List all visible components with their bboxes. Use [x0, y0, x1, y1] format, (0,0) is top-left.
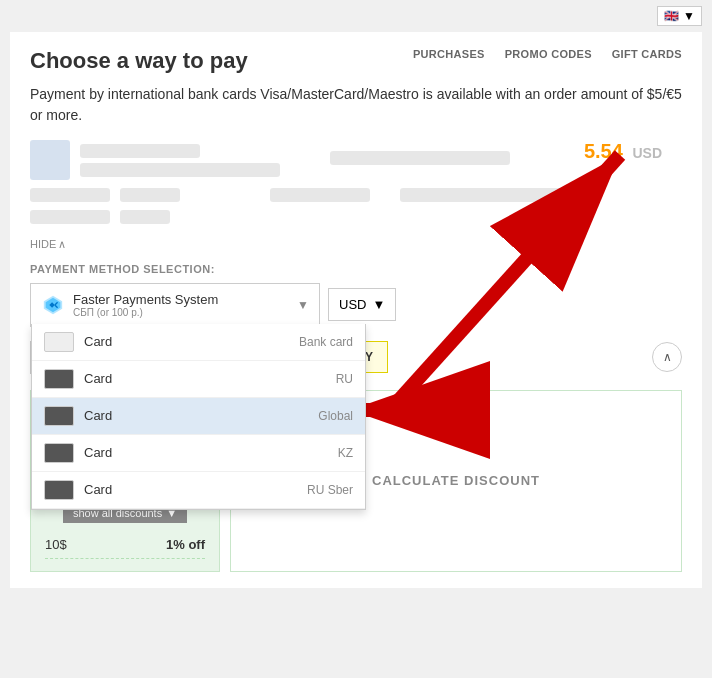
card-icon-3: [44, 443, 74, 463]
currency-chevron: ▼: [372, 297, 385, 312]
price-badge: 5.54 USD: [584, 140, 662, 163]
price-currency: USD: [632, 145, 662, 161]
payment-selector-row: Faster Payments System СБП (or 100 р.) ▼…: [30, 283, 682, 327]
dropdown-item-2[interactable]: Card Global: [32, 398, 365, 435]
discount-row-1: 10$ 1% off: [45, 531, 205, 559]
collapse-button[interactable]: ∧: [652, 342, 682, 372]
payment-method-label: PAYMENT METHOD SELECTION:: [30, 263, 682, 275]
payment-method-dropdown[interactable]: Faster Payments System СБП (or 100 р.) ▼…: [30, 283, 320, 327]
nav-links: PURCHASES PROMO CODES GIFT CARDS: [413, 48, 682, 60]
selected-method-sub: СБП (or 100 р.): [73, 307, 218, 318]
dropdown-chevron: ▼: [297, 298, 309, 312]
nav-purchases[interactable]: PURCHASES: [413, 48, 485, 60]
dropdown-item-1[interactable]: Card RU: [32, 361, 365, 398]
flag-icon: 🇬🇧: [664, 9, 679, 23]
dropdown-item-0[interactable]: Card Bank card: [32, 324, 365, 361]
dropdown-item-3[interactable]: Card KZ: [32, 435, 365, 472]
price-value: 5.54: [584, 140, 623, 162]
hide-link[interactable]: HIDE ∧: [30, 238, 66, 251]
currency-dropdown[interactable]: USD ▼: [328, 288, 396, 321]
blurred-section: 5.54 USD: [30, 140, 682, 224]
language-selector[interactable]: 🇬🇧 ▼: [657, 6, 702, 26]
selected-method-label: Faster Payments System: [73, 292, 218, 307]
nav-gift-cards[interactable]: GIFT CARDS: [612, 48, 682, 60]
currency-label: USD: [339, 297, 366, 312]
fps-icon: [41, 293, 65, 317]
nav-promo-codes[interactable]: PROMO CODES: [505, 48, 592, 60]
info-text: Payment by international bank cards Visa…: [30, 84, 682, 126]
main-content: PURCHASES PROMO CODES GIFT CARDS Choose …: [10, 32, 702, 588]
card-icon-2: [44, 406, 74, 426]
payment-dropdown-menu: Card Bank card Card RU Card G: [31, 324, 366, 510]
lang-label: ▼: [683, 9, 695, 23]
card-icon-4: [44, 480, 74, 500]
card-icon-0: [44, 332, 74, 352]
dropdown-item-4[interactable]: Card RU Sber: [32, 472, 365, 509]
card-icon-1: [44, 369, 74, 389]
